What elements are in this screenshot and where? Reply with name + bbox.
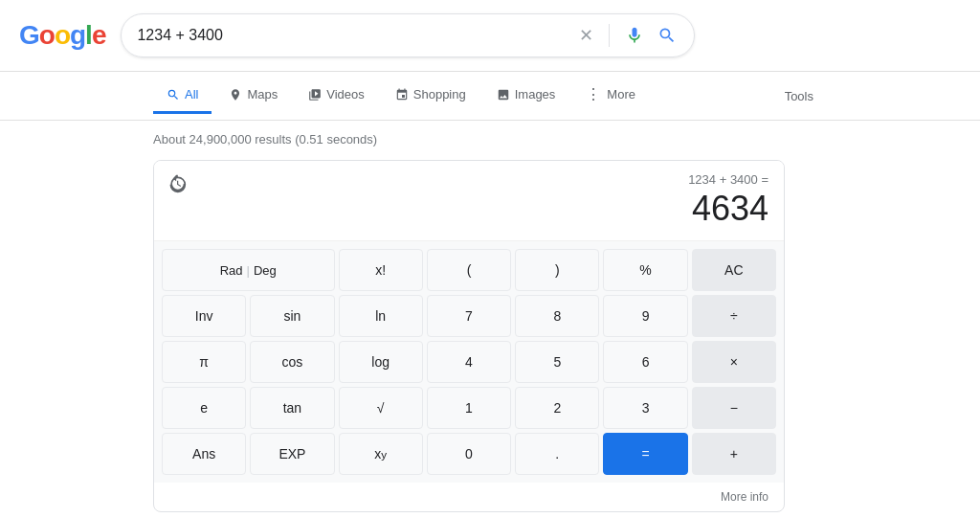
nav-item-more[interactable]: ⋮ More	[572, 76, 649, 116]
nav-bar: All Maps Videos Shopping Images ⋮ More T…	[0, 72, 980, 121]
calc-0-button[interactable]: 0	[427, 433, 511, 475]
calculator-widget: 1234 + 3400 = 4634 Rad|Deg x! ( ) % AC I…	[153, 160, 785, 512]
calc-8-button[interactable]: 8	[515, 295, 599, 337]
calc-row-2: Inv sin ln 7 8 9 ÷	[162, 295, 776, 337]
voice-search-button[interactable]	[623, 22, 646, 49]
nav-label-maps: Maps	[247, 87, 278, 101]
search-bar: 1234 + 3400 ✕	[121, 13, 695, 57]
calc-9-button[interactable]: 9	[603, 295, 687, 337]
nav-label-videos: Videos	[326, 87, 365, 101]
nav-tools[interactable]: Tools	[771, 79, 827, 113]
calc-power-button[interactable]: xy	[339, 433, 423, 475]
nav-label-shopping: Shopping	[413, 87, 466, 101]
calc-row-5: Ans EXP xy 0 . = +	[162, 433, 776, 475]
calc-log-button[interactable]: log	[339, 341, 423, 383]
calc-row-3: π cos log 4 5 6 ×	[162, 341, 776, 383]
calc-sqrt-button[interactable]: √	[339, 387, 423, 429]
calc-row-4: e tan √ 1 2 3 −	[162, 387, 776, 429]
nav-item-all[interactable]: All	[153, 78, 212, 114]
search-submit-button[interactable]	[656, 24, 679, 47]
calc-pi-button[interactable]: π	[162, 341, 246, 383]
nav-item-maps[interactable]: Maps	[215, 78, 291, 114]
calc-factorial-button[interactable]: x!	[339, 249, 423, 291]
calc-ans-button[interactable]: Ans	[162, 433, 246, 475]
calc-divide-button[interactable]: ÷	[692, 295, 776, 337]
shopping-icon	[395, 88, 409, 101]
mic-icon	[625, 24, 644, 47]
nav-item-shopping[interactable]: Shopping	[382, 78, 479, 114]
nav-item-images[interactable]: Images	[483, 78, 569, 114]
nav-label-more: More	[607, 87, 635, 101]
calc-multiply-button[interactable]: ×	[692, 341, 776, 383]
calc-open-paren-button[interactable]: (	[427, 249, 511, 291]
results-count: About 24,900,000 results (0.51 seconds)	[153, 132, 827, 146]
calc-decimal-button[interactable]: .	[515, 433, 599, 475]
calc-close-paren-button[interactable]: )	[515, 249, 599, 291]
more-info[interactable]: More info	[154, 483, 784, 511]
calc-3-button[interactable]: 3	[603, 387, 687, 429]
calc-ln-button[interactable]: ln	[339, 295, 423, 337]
nav-label-all: All	[185, 87, 198, 101]
calc-6-button[interactable]: 6	[603, 341, 687, 383]
videos-icon	[308, 88, 322, 101]
search-icons: ✕	[577, 22, 679, 49]
results-area: About 24,900,000 results (0.51 seconds) …	[0, 121, 980, 518]
clear-search-button[interactable]: ✕	[577, 23, 595, 48]
history-icon[interactable]	[167, 174, 187, 198]
calc-2-button[interactable]: 2	[515, 387, 599, 429]
calc-buttons: Rad|Deg x! ( ) % AC Inv sin ln 7 8 9 ÷ π	[154, 241, 784, 483]
calc-inv-button[interactable]: Inv	[162, 295, 246, 337]
calc-percent-button[interactable]: %	[603, 249, 687, 291]
calc-add-button[interactable]: +	[692, 433, 776, 475]
more-dots-icon: ⋮	[586, 85, 602, 103]
calc-display: 1234 + 3400 = 4634	[154, 161, 784, 241]
calc-expression: 1234 + 3400 =	[169, 172, 768, 187]
nav-item-videos[interactable]: Videos	[295, 78, 378, 114]
nav-label-images: Images	[515, 87, 556, 101]
calc-equals-button[interactable]: =	[603, 433, 687, 475]
calc-1-button[interactable]: 1	[427, 387, 511, 429]
calc-exp-button[interactable]: EXP	[250, 433, 334, 475]
search-divider	[609, 24, 610, 47]
calc-rad-deg-button[interactable]: Rad|Deg	[162, 249, 335, 291]
calc-subtract-button[interactable]: −	[692, 387, 776, 429]
search-input[interactable]: 1234 + 3400	[137, 27, 569, 44]
calc-4-button[interactable]: 4	[427, 341, 511, 383]
calc-euler-button[interactable]: e	[162, 387, 246, 429]
calc-clear-button[interactable]: AC	[692, 249, 776, 291]
header: Google 1234 + 3400 ✕	[0, 0, 980, 72]
images-icon	[497, 88, 510, 101]
calc-row-1: Rad|Deg x! ( ) % AC	[162, 249, 776, 291]
calc-cos-button[interactable]: cos	[250, 341, 334, 383]
calc-5-button[interactable]: 5	[515, 341, 599, 383]
calc-tan-button[interactable]: tan	[250, 387, 334, 429]
search-icon	[657, 26, 677, 45]
maps-icon	[229, 88, 242, 101]
calc-result: 4634	[169, 189, 768, 229]
calc-sin-button[interactable]: sin	[250, 295, 334, 337]
calc-7-button[interactable]: 7	[427, 295, 511, 337]
all-icon	[167, 88, 180, 101]
google-logo: Google	[19, 20, 105, 51]
